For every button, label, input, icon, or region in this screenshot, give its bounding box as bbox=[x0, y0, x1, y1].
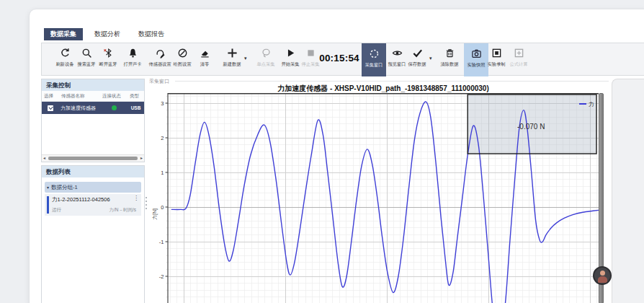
acquire-window-label: 采集窗口 bbox=[362, 62, 386, 69]
disconnect-bluetooth-label: 断开蓝牙 bbox=[96, 61, 121, 68]
y-tick-label: 2 bbox=[161, 135, 164, 141]
formula-label: 公式计算 bbox=[506, 61, 532, 68]
new-data-dropdown-caret-icon[interactable]: ▾ bbox=[244, 56, 247, 61]
tab-data-report[interactable]: 数据报告 bbox=[132, 28, 171, 40]
tab-data-analysis[interactable]: 数据分析 bbox=[88, 28, 127, 40]
right-panel-edge bbox=[612, 79, 644, 303]
chart-panel-label: 采集窗口 bbox=[149, 78, 169, 85]
single-point-button: 单点采集 bbox=[253, 47, 279, 74]
col-select: 选择 bbox=[42, 91, 59, 101]
bell-icon bbox=[120, 48, 146, 60]
save-data-label: 保存数据 bbox=[405, 61, 430, 68]
avatar-body bbox=[598, 276, 607, 283]
clear-data-label: 清除数据 bbox=[437, 61, 462, 68]
panel-splitter[interactable] bbox=[145, 197, 147, 211]
save-data-dropdown-caret-icon[interactable]: ▾ bbox=[429, 56, 432, 61]
calc-icon bbox=[506, 48, 532, 60]
zero-button[interactable]: 清零 bbox=[192, 47, 218, 74]
bluetooth-disconnect-icon bbox=[95, 48, 121, 60]
sensor-checkbox[interactable] bbox=[48, 105, 53, 111]
y-tick-label: -1 bbox=[159, 239, 164, 245]
app-window: 数据采集数据分析数据报告 00:15:54 刷新设备搜索蓝牙断开蓝牙打开声卡传感… bbox=[29, 9, 644, 303]
save-data-button[interactable]: 保存数据 bbox=[404, 47, 430, 74]
data-list-panel: 数据列表 ▾数据分组-1 力1-2-20251112-042506 ⋮ 运行 力… bbox=[41, 165, 145, 303]
col-status: 连接状态 bbox=[100, 91, 128, 101]
col-type: 类型 bbox=[128, 91, 144, 101]
left-sidebar: 采集控制 选择传感器名称连接状态类型 力加速度传感器USB ◂ ▸ 数据列表 ▾… bbox=[41, 79, 145, 303]
toolbar: 00:15:54 刷新设备搜索蓝牙断开蓝牙打开声卡传感器设置绘图设置清零新建数据… bbox=[41, 43, 644, 76]
plus-icon bbox=[219, 48, 245, 60]
acquisition-timer: 00:15:54 bbox=[318, 53, 360, 63]
item-title: 力1-2-20251112-042506 bbox=[52, 196, 110, 203]
data-group-row[interactable]: ▾数据分组-1 bbox=[45, 182, 141, 193]
zero-label: 清零 bbox=[192, 61, 218, 68]
col-sensor-name: 传感器名称 bbox=[59, 91, 100, 101]
item-status: 运行 bbox=[52, 207, 61, 214]
avatar-head bbox=[600, 271, 605, 276]
sensor-type: USB bbox=[128, 105, 144, 110]
open-soundcard-button[interactable]: 打开声卡 bbox=[120, 47, 146, 74]
stop-icon bbox=[298, 48, 323, 60]
new-data-button[interactable]: 新建数据 bbox=[219, 47, 245, 74]
acquire-window-button[interactable]: 采集窗口 bbox=[362, 43, 386, 76]
data-group-label: 数据分组-1 bbox=[51, 184, 78, 190]
sensor-name: 力加速度传感器 bbox=[59, 105, 100, 112]
formula-button: 公式计算 bbox=[506, 47, 532, 74]
item-axes-label: 力/N－时间/s bbox=[109, 207, 136, 214]
y-tick-label: 0 bbox=[161, 204, 164, 211]
horizontal-scrollbar[interactable]: ◂ ▸ bbox=[42, 154, 144, 162]
assistant-avatar-button[interactable] bbox=[593, 266, 612, 285]
eraser-icon bbox=[192, 48, 218, 60]
clear-data-button[interactable]: 清除数据 bbox=[437, 47, 462, 74]
tab-data-acquisition[interactable]: 数据采集 bbox=[44, 28, 83, 40]
connection-status-dot bbox=[112, 105, 117, 110]
main-tabs: 数据采集数据分析数据报告 bbox=[44, 28, 171, 40]
y-axis-title: 力[N] bbox=[152, 208, 158, 220]
check-icon bbox=[404, 48, 430, 60]
group-caret-icon[interactable]: ▾ bbox=[47, 185, 49, 190]
stop-acquire-button: 停止采集 bbox=[298, 47, 323, 74]
value-annotation: -0.070 N bbox=[517, 123, 545, 131]
lasso-icon bbox=[253, 48, 279, 60]
single-point-label: 单点采集 bbox=[254, 61, 279, 68]
new-data-label: 新建数据 bbox=[220, 61, 245, 68]
panel-divider bbox=[175, 81, 609, 82]
legend-label: 力 bbox=[589, 101, 594, 107]
sensor-table-row[interactable]: 力加速度传感器USB bbox=[42, 102, 144, 114]
scroll-right-icon[interactable]: ▸ bbox=[140, 155, 143, 162]
item-accent-bar bbox=[47, 196, 49, 214]
sensor-table-header: 选择传感器名称连接状态类型 bbox=[42, 91, 144, 102]
dots-menu-icon[interactable]: ⋮ bbox=[133, 195, 139, 201]
open-soundcard-label: 打开声卡 bbox=[120, 61, 146, 68]
stop-acquire-label: 停止采集 bbox=[298, 61, 323, 68]
data-list-item[interactable]: 力1-2-20251112-042506 ⋮ 运行 力/N－时间/s bbox=[45, 194, 141, 216]
y-tick-label: -2 bbox=[159, 273, 164, 280]
chart-plot[interactable]: 3210-1-2力[N]-0.070 N力 bbox=[151, 93, 599, 303]
data-list-header: 数据列表 bbox=[42, 166, 144, 177]
scrollbar-thumb[interactable] bbox=[48, 157, 138, 160]
chart-title: 力加速度传感器 - XHSP-V10HID_path_-1981348857_1… bbox=[168, 84, 599, 94]
y-tick-label: 1 bbox=[161, 170, 164, 176]
disconnect-bluetooth-button[interactable]: 断开蓝牙 bbox=[95, 47, 121, 74]
y-tick-label: 3 bbox=[161, 100, 164, 107]
acquisition-control-panel: 采集控制 选择传感器名称连接状态类型 力加速度传感器USB ◂ ▸ bbox=[41, 79, 145, 162]
acquisition-control-header: 采集控制 bbox=[42, 79, 144, 91]
scroll-left-icon[interactable]: ◂ bbox=[43, 155, 45, 162]
trash-icon bbox=[437, 48, 462, 60]
dashed-circle-icon bbox=[362, 48, 386, 61]
